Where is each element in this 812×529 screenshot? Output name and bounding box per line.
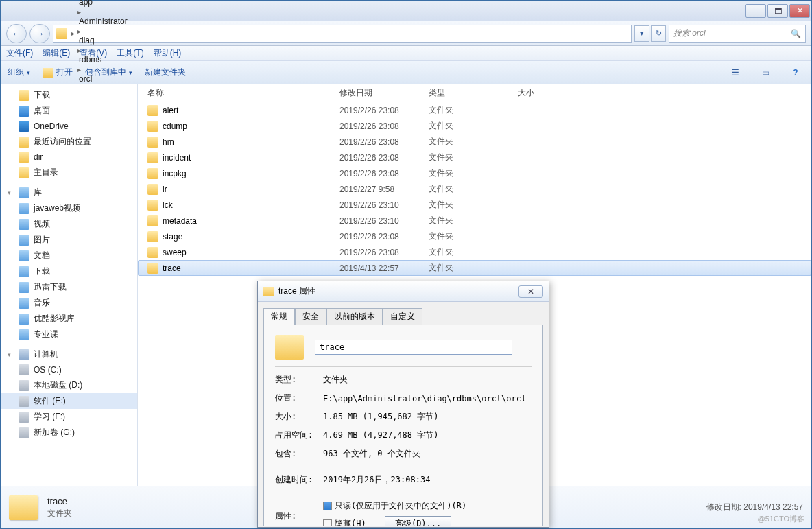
file-row[interactable]: sweep2019/2/26 23:08文件夹 — [138, 244, 811, 260]
dialog-tab[interactable]: 自定义 — [383, 308, 422, 325]
column-date[interactable]: 修改日期 — [339, 87, 429, 99]
library-icon — [19, 187, 29, 198]
column-type[interactable]: 类型 — [429, 87, 518, 99]
sidebar-item[interactable]: 下载 — [1, 87, 137, 103]
close-button[interactable]: ✕ — [789, 4, 810, 18]
dialog-close-button[interactable]: ✕ — [518, 285, 543, 298]
sidebar-item[interactable]: 图片 — [1, 232, 137, 248]
sidebar-item[interactable]: 视频 — [1, 216, 137, 232]
sidebar-group-computer[interactable]: ▾计算机 — [1, 346, 137, 362]
sidebar-item[interactable]: 迅雷下载 — [1, 279, 137, 295]
sidebar-item[interactable]: javaweb视频 — [1, 200, 137, 216]
sidebar-item-icon — [19, 412, 29, 423]
file-type: 文件夹 — [429, 215, 518, 226]
sidebar-item-icon — [19, 282, 29, 293]
dialog-titlebar: trace 属性 ✕ — [258, 281, 549, 302]
breadcrumb[interactable]: ▸ 计算机▸软件 (E:)▸app▸Administrator▸diag▸rdb… — [53, 25, 632, 43]
column-size[interactable]: 大小 — [518, 87, 573, 99]
folder-name-input[interactable] — [315, 340, 512, 355]
preview-pane-button[interactable]: ▭ — [756, 65, 774, 80]
refresh-button[interactable]: ↻ — [651, 25, 666, 42]
help-button[interactable]: ? — [787, 65, 804, 80]
folder-icon — [147, 137, 158, 148]
file-row[interactable]: incpkg2019/2/26 23:08文件夹 — [138, 165, 811, 181]
hidden-checkbox[interactable] — [323, 519, 332, 526]
dialog-tab[interactable]: 安全 — [295, 308, 326, 325]
breadcrumb-segment[interactable]: diag — [76, 36, 130, 45]
sidebar-item-label: 下载 — [34, 89, 50, 101]
dialog-tab[interactable]: 常规 — [263, 308, 295, 325]
sidebar-item[interactable]: OneDrive — [1, 119, 137, 134]
search-icon: 🔍 — [791, 29, 801, 38]
breadcrumb-segment[interactable]: Administrator — [76, 16, 130, 26]
file-row[interactable]: ir2019/2/27 9:58文件夹 — [138, 181, 811, 197]
search-input[interactable]: 搜索 orcl 🔍 — [669, 25, 806, 43]
sidebar-item[interactable]: 新加卷 (G:) — [1, 425, 137, 440]
file-row[interactable]: hm2019/2/26 23:08文件夹 — [138, 134, 811, 150]
menu-item[interactable]: 工具(T) — [117, 47, 143, 59]
menu-item[interactable]: 帮助(H) — [154, 47, 182, 59]
chevron-right-icon: ▸ — [76, 8, 82, 16]
file-row[interactable]: alert2019/2/26 23:08文件夹 — [138, 102, 811, 118]
created-label: 创建时间: — [275, 474, 323, 486]
navbar: ← → ▸ 计算机▸软件 (E:)▸app▸Administrator▸diag… — [1, 21, 811, 46]
detail-name: trace — [47, 496, 72, 506]
sidebar-item-label: 本地磁盘 (D:) — [34, 379, 82, 391]
sidebar-item[interactable]: 主目录 — [1, 165, 137, 180]
column-name[interactable]: 名称 — [147, 87, 339, 99]
file-date: 2019/2/26 23:10 — [339, 216, 429, 226]
menu-item[interactable]: 查看(V) — [80, 47, 107, 59]
file-row[interactable]: lck2019/2/26 23:10文件夹 — [138, 197, 811, 213]
open-button[interactable]: 打开 — [43, 67, 73, 78]
sidebar-item[interactable]: 学习 (F:) — [1, 409, 137, 425]
breadcrumb-segment[interactable]: app — [76, 0, 130, 7]
chevron-right-icon: ▸ — [76, 66, 82, 73]
forward-button[interactable]: → — [29, 24, 50, 43]
sidebar-item[interactable]: 文档 — [1, 248, 137, 263]
file-row[interactable]: cdump2019/2/26 23:08文件夹 — [138, 118, 811, 134]
dialog-tab[interactable]: 以前的版本 — [326, 308, 383, 325]
sidebar-item[interactable]: 优酷影视库 — [1, 311, 137, 327]
sidebar-item-label: 优酷影视库 — [34, 313, 75, 325]
sidebar-item[interactable]: 最近访问的位置 — [1, 134, 137, 150]
sidebar-item[interactable]: 软件 (E:) — [1, 393, 137, 409]
maximize-button[interactable]: 🗖 — [767, 4, 788, 18]
file-row[interactable]: incident2019/2/26 23:08文件夹 — [138, 150, 811, 165]
sidebar-item[interactable]: 桌面 — [1, 103, 137, 119]
folder-icon — [147, 263, 158, 274]
sidebar-item[interactable]: 音乐 — [1, 295, 137, 311]
file-type: 文件夹 — [429, 262, 518, 274]
column-headers: 名称 修改日期 类型 大小 — [138, 84, 811, 102]
type-value: 文件夹 — [323, 374, 532, 386]
sidebar-item[interactable]: 专业课 — [1, 327, 137, 342]
file-date: 2019/2/26 23:08 — [339, 232, 429, 242]
sidebar-item[interactable]: 下载 — [1, 263, 137, 279]
menu-item[interactable]: 文件(F) — [6, 47, 33, 59]
sidebar-item-icon — [19, 203, 29, 214]
chevron-right-icon: ▸ — [76, 27, 82, 35]
sidebar-item[interactable]: OS (C:) — [1, 362, 137, 377]
view-mode-button[interactable]: ☰ — [726, 65, 744, 80]
folder-icon — [147, 200, 158, 211]
file-type: 文件夹 — [429, 104, 518, 116]
tab-general-body: 类型:文件夹 位置:E:\app\Administrator\diag\rdbm… — [263, 325, 543, 526]
advanced-button[interactable]: 高级(D)... — [385, 516, 451, 526]
back-button[interactable]: ← — [6, 24, 27, 43]
file-row[interactable]: metadata2019/2/26 23:10文件夹 — [138, 213, 811, 228]
menu-item[interactable]: 编辑(E) — [43, 47, 70, 59]
sidebar-group-libraries[interactable]: ▾库 — [1, 185, 137, 200]
sidebar-item-label: 专业课 — [34, 329, 58, 340]
file-row[interactable]: stage2019/2/26 23:08文件夹 — [138, 228, 811, 244]
include-in-library-menu[interactable]: 包含到库中 — [85, 67, 132, 78]
properties-dialog: trace 属性 ✕ 常规安全以前的版本自定义 类型:文件夹 位置:E:\app… — [257, 281, 549, 528]
sidebar-item[interactable]: dir — [1, 150, 137, 165]
readonly-checkbox[interactable] — [323, 502, 332, 510]
computer-icon — [19, 349, 29, 360]
breadcrumb-dropdown-button[interactable]: ▾ — [634, 25, 649, 42]
file-row[interactable]: trace2019/4/13 22:57文件夹 — [138, 260, 811, 276]
minimize-button[interactable]: — — [745, 4, 766, 18]
sidebar-item[interactable]: 本地磁盘 (D:) — [1, 377, 137, 393]
new-folder-button[interactable]: 新建文件夹 — [145, 67, 186, 78]
organize-menu[interactable]: 组织 — [8, 67, 30, 78]
file-date: 2019/2/26 23:08 — [339, 153, 429, 163]
